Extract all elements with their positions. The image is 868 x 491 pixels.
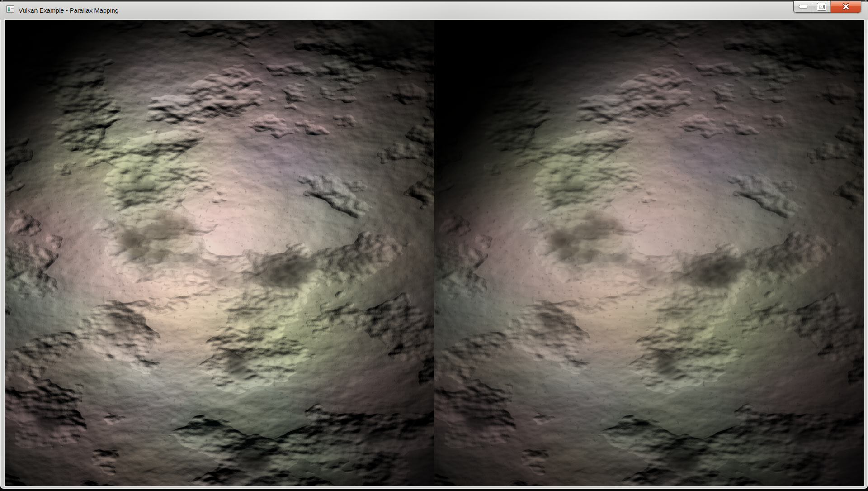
caption-buttons <box>793 1 861 13</box>
app-icon-teal-pane <box>8 7 10 11</box>
dim-overlay <box>434 20 864 486</box>
app-window: Vulkan Example - Parallax Mapping <box>0 0 868 489</box>
app-icon-line <box>11 10 14 10</box>
rock-render-right <box>434 20 864 486</box>
close-button[interactable] <box>831 1 861 12</box>
window-title: Vulkan Example - Parallax Mapping <box>19 2 118 20</box>
close-icon <box>842 3 850 10</box>
maximize-button[interactable] <box>812 1 831 12</box>
restore-icon <box>817 3 826 10</box>
app-icon-line <box>11 8 14 9</box>
app-icon[interactable] <box>6 5 14 13</box>
titlebar-glass-sheen <box>0 2 868 19</box>
titlebar[interactable]: Vulkan Example - Parallax Mapping <box>0 0 868 20</box>
minimize-icon <box>799 5 807 8</box>
minimize-button[interactable] <box>794 1 812 12</box>
render-viewport <box>5 20 864 486</box>
render-pane-left[interactable] <box>5 20 434 486</box>
render-pane-right[interactable] <box>434 20 864 486</box>
rock-render-left <box>5 20 434 486</box>
